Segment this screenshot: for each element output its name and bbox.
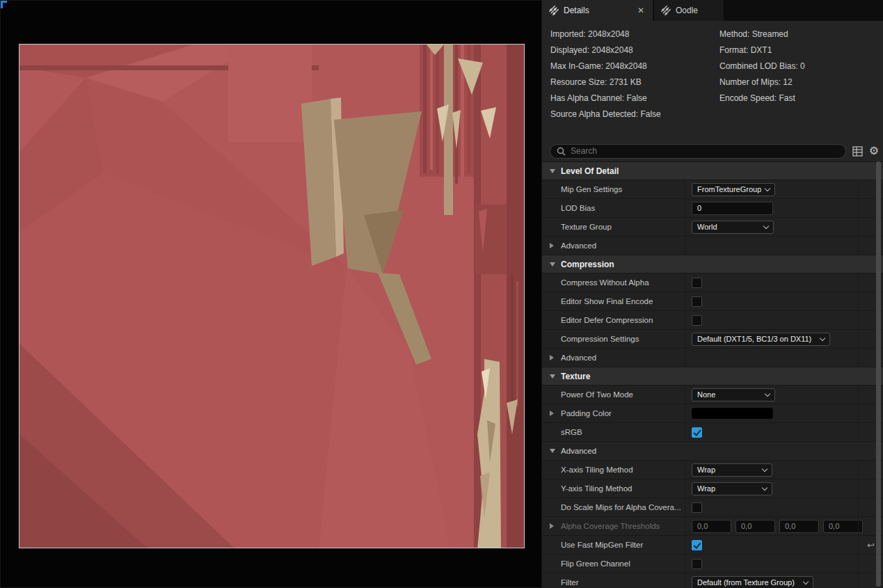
search-input[interactable]: Search (550, 144, 846, 159)
search-icon (557, 147, 566, 156)
row-power-of-two-mode: Power Of Two Mode None (542, 386, 883, 404)
expand-arrow-icon[interactable] (550, 523, 554, 529)
stat-source-alpha: Source Alpha Detected: False (550, 106, 719, 122)
row-lod-bias: LOD Bias 0 (542, 199, 883, 218)
row-mip-gen-settings: Mip Gen Settings FromTextureGroup (542, 180, 883, 199)
panel-tab-bar: Details ✕ Oodle (542, 0, 883, 21)
flip-green-channel-checkbox[interactable] (692, 559, 702, 569)
search-row: Search ⚙ (542, 141, 883, 161)
collapse-arrow-icon (550, 374, 555, 379)
row-x-axis-tiling: X-axis Tiling Method Wrap (542, 461, 883, 479)
row-padding-color: Padding Color (542, 404, 883, 423)
section-compression[interactable]: Compression (542, 255, 883, 273)
row-y-axis-tiling: Y-axis Tiling Method Wrap (542, 479, 883, 498)
row-compression-settings: Compression Settings Default (DXT1/5, BC… (542, 330, 883, 349)
expand-arrow-icon[interactable] (550, 243, 554, 248)
tab-details[interactable]: Details ✕ (542, 0, 653, 21)
property-grid: Level Of Detail Mip Gen Settings FromTex… (542, 161, 883, 588)
texture-preview-image (19, 45, 525, 548)
tab-details-label: Details (564, 6, 589, 15)
display-options-icon[interactable] (852, 146, 863, 157)
expand-arrow-icon[interactable] (550, 355, 554, 360)
alpha-threshold-input-2[interactable]: 0,0 (779, 520, 819, 533)
chevron-down-icon (803, 578, 809, 584)
tab-oodle[interactable]: Oodle (654, 0, 724, 21)
row-filter: Filter Default (from Texture Group) (542, 573, 883, 588)
alpha-threshold-input-3[interactable]: 0,0 (823, 520, 863, 533)
stat-combined-lod-bias: Combined LOD Bias: 0 (719, 58, 805, 74)
row-lod-advanced[interactable]: Advanced (542, 237, 883, 255)
texture-stats: Imported: 2048x2048 Displayed: 2048x2048… (542, 21, 883, 122)
compress-without-alpha-checkbox[interactable] (692, 278, 702, 288)
row-flip-green-channel: Flip Green Channel (542, 555, 883, 573)
details-panel: Details ✕ Oodle Imported: 2048x2048 Disp… (542, 0, 883, 588)
section-level-of-detail[interactable]: Level Of Detail (542, 162, 883, 180)
section-texture-advanced[interactable]: Advanced (542, 442, 883, 461)
row-alpha-coverage-thresholds: Alpha Coverage Thresholds 0,0 0,0 0,0 0,… (542, 517, 883, 536)
compression-settings-dropdown[interactable]: Default (DXT1/5, BC1/3 on DX11) (692, 333, 830, 346)
alpha-threshold-input-0[interactable]: 0,0 (692, 520, 731, 533)
chevron-down-icon (820, 335, 825, 340)
stat-method: Method: Streamed (719, 26, 805, 42)
stat-encode-speed: Encode Speed: Fast (719, 90, 805, 106)
collapse-arrow-icon (550, 449, 555, 453)
alpha-threshold-input-1[interactable]: 0,0 (735, 520, 775, 533)
stat-has-alpha: Has Alpha Channel: False (550, 90, 719, 106)
details-icon (547, 3, 561, 17)
texture-viewport[interactable] (0, 0, 542, 588)
do-scale-mips-checkbox[interactable] (692, 502, 702, 513)
reset-to-default-icon[interactable]: ↩ (867, 541, 875, 550)
window-corner-highlight (1, 1, 7, 8)
settings-gear-icon[interactable]: ⚙ (869, 145, 879, 157)
collapse-arrow-icon (550, 169, 555, 173)
filter-dropdown[interactable]: Default (from Texture Group) (692, 576, 813, 588)
srgb-checkbox[interactable] (692, 427, 702, 438)
lod-bias-label: LOD Bias (561, 204, 595, 212)
close-tab-icon[interactable]: ✕ (636, 6, 646, 15)
mip-gen-settings-label: Mip Gen Settings (561, 185, 622, 193)
row-use-fast-mipgen: Use Fast MipGen Filter ↩ (542, 536, 883, 555)
chevron-down-icon (763, 223, 769, 228)
x-axis-tiling-dropdown[interactable]: Wrap (692, 463, 772, 477)
panel-scrollbar[interactable] (876, 161, 881, 587)
expand-arrow-icon[interactable] (550, 411, 554, 416)
padding-color-swatch[interactable] (692, 408, 773, 419)
stat-max-ingame: Max In-Game: 2048x2048 (550, 58, 719, 74)
row-texture-group: Texture Group World (542, 218, 883, 237)
use-fast-mipgen-checkbox[interactable] (692, 540, 702, 550)
row-compression-advanced[interactable]: Advanced (542, 349, 883, 367)
collapse-arrow-icon (550, 262, 555, 267)
stat-displayed: Displayed: 2048x2048 (550, 42, 719, 58)
editor-show-final-encode-checkbox[interactable] (692, 296, 702, 307)
section-texture[interactable]: Texture (542, 367, 883, 386)
stat-format: Format: DXT1 (719, 42, 805, 58)
row-do-scale-mips: Do Scale Mips for Alpha Covera... (542, 498, 883, 517)
tab-oodle-label: Oodle (676, 6, 698, 15)
power-of-two-mode-dropdown[interactable]: None (692, 388, 775, 402)
row-editor-show-final-encode: Editor Show Final Encode (542, 292, 883, 311)
editor-defer-compression-checkbox[interactable] (692, 315, 702, 326)
row-compress-without-alpha: Compress Without Alpha (542, 273, 883, 292)
chevron-down-icon (765, 390, 770, 396)
texture-editor-window: Details ✕ Oodle Imported: 2048x2048 Disp… (0, 0, 883, 588)
chevron-down-icon (762, 466, 767, 471)
row-srgb: sRGB (542, 423, 883, 442)
texture-group-label: Texture Group (561, 223, 612, 231)
stat-imported: Imported: 2048x2048 (550, 26, 719, 42)
texture-preview-frame (19, 44, 525, 548)
lod-bias-input[interactable]: 0 (692, 202, 773, 215)
row-editor-defer-compression: Editor Defer Compression (542, 311, 883, 330)
scrollbar-thumb[interactable] (876, 161, 881, 587)
search-placeholder: Search (571, 146, 597, 156)
chevron-down-icon (762, 484, 767, 490)
oodle-tab-icon (659, 3, 673, 17)
stat-num-mips: Number of Mips: 12 (719, 74, 805, 90)
chevron-down-icon (765, 185, 770, 191)
stat-resource-size: Resource Size: 2731 KB (550, 74, 719, 90)
y-axis-tiling-dropdown[interactable]: Wrap (692, 482, 772, 495)
texture-group-dropdown[interactable]: World (692, 221, 774, 234)
mip-gen-settings-dropdown[interactable]: FromTextureGroup (692, 183, 775, 196)
